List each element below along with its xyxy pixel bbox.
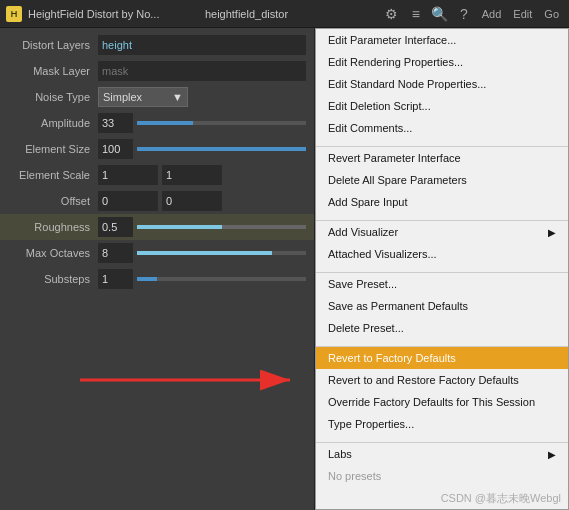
- app-icon: H: [6, 6, 22, 22]
- roughness-row: Roughness: [0, 214, 314, 240]
- menu-item-edit-deletion-script[interactable]: Edit Deletion Script...: [316, 95, 568, 117]
- amplitude-fill: [137, 121, 193, 125]
- roughness-input[interactable]: [98, 217, 133, 237]
- amplitude-row: Amplitude: [0, 110, 314, 136]
- menu-item-revert-param-interface[interactable]: Revert Parameter Interface: [316, 147, 568, 169]
- menu-item-type-properties[interactable]: Type Properties...: [316, 413, 568, 435]
- menu-item-label: Edit Standard Node Properties...: [328, 78, 486, 90]
- menu-item-label: Labs: [328, 448, 352, 460]
- menu-item-label: No presets: [328, 470, 381, 482]
- menu-item-edit-comments[interactable]: Edit Comments...: [316, 117, 568, 139]
- element-size-input[interactable]: [98, 139, 133, 159]
- substeps-track[interactable]: [137, 277, 306, 281]
- noise-type-arrow: ▼: [172, 91, 183, 103]
- menu-item-revert-factory[interactable]: Revert to Factory Defaults: [316, 347, 568, 369]
- noise-type-select[interactable]: Simplex ▼: [98, 87, 188, 107]
- add-button[interactable]: Add: [478, 4, 506, 24]
- window-title: HeightField Distort by No...: [28, 8, 199, 20]
- element-size-label: Element Size: [8, 143, 98, 155]
- max-octaves-row: Max Octaves: [0, 240, 314, 266]
- menu-item-add-spare-input[interactable]: Add Spare Input: [316, 191, 568, 213]
- menu-separator: [316, 213, 568, 221]
- max-octaves-label: Max Octaves: [8, 247, 98, 259]
- amplitude-track[interactable]: [137, 121, 306, 125]
- menu-separator: [316, 339, 568, 347]
- menu-item-override-factory[interactable]: Override Factory Defaults for This Sessi…: [316, 391, 568, 413]
- submenu-arrow-icon: ▶: [548, 449, 556, 460]
- menu-item-save-preset[interactable]: Save Preset...: [316, 273, 568, 295]
- menu-item-no-presets: No presets: [316, 465, 568, 487]
- substeps-fill: [137, 277, 157, 281]
- context-menu: Edit Parameter Interface...Edit Renderin…: [315, 28, 569, 510]
- menu-item-add-visualizer[interactable]: Add Visualizer▶: [316, 221, 568, 243]
- noise-type-row: Noise Type Simplex ▼: [0, 84, 314, 110]
- menu-item-label: Add Visualizer: [328, 226, 398, 238]
- menu-item-label: Revert to Factory Defaults: [328, 352, 456, 364]
- element-scale-input2[interactable]: [162, 165, 222, 185]
- offset-input2[interactable]: [162, 191, 222, 211]
- roughness-track[interactable]: [137, 225, 306, 229]
- menu-item-labs[interactable]: Labs▶: [316, 443, 568, 465]
- title-bar: H HeightField Distort by No... heightfie…: [0, 0, 569, 28]
- menu-item-label: Delete Preset...: [328, 322, 404, 334]
- help-icon[interactable]: ⚙: [382, 4, 402, 24]
- menu-item-label: Revert Parameter Interface: [328, 152, 461, 164]
- substeps-input[interactable]: [98, 269, 133, 289]
- menu-item-label: Attached Visualizers...: [328, 248, 437, 260]
- mask-layer-input[interactable]: [98, 61, 306, 81]
- mask-layer-row: Mask Layer: [0, 58, 314, 84]
- menu-item-attached-visualizers[interactable]: Attached Visualizers...: [316, 243, 568, 265]
- roughness-label: Roughness: [8, 221, 98, 233]
- menu-item-revert-and-restore[interactable]: Revert to and Restore Factory Defaults: [316, 369, 568, 391]
- distort-layers-label: Distort Layers: [8, 39, 98, 51]
- mask-layer-label: Mask Layer: [8, 65, 98, 77]
- menu-item-label: Save Preset...: [328, 278, 397, 290]
- distort-layers-row: Distort Layers: [0, 32, 314, 58]
- main-container: Distort Layers Mask Layer Noise Type Sim…: [0, 28, 569, 510]
- title-bar-buttons: ⚙ ≡ 🔍 ? Add Edit Go: [382, 4, 563, 24]
- max-octaves-fill: [137, 251, 272, 255]
- distort-layers-input[interactable]: [98, 35, 306, 55]
- element-size-row: Element Size: [0, 136, 314, 162]
- menu-item-label: Edit Parameter Interface...: [328, 34, 456, 46]
- menu-item-delete-preset[interactable]: Delete Preset...: [316, 317, 568, 339]
- offset-input1[interactable]: [98, 191, 158, 211]
- arrow-indicator: [0, 350, 315, 430]
- offset-row: Offset: [0, 188, 314, 214]
- menu-item-label: Override Factory Defaults for This Sessi…: [328, 396, 535, 408]
- element-scale-label: Element Scale: [8, 169, 98, 181]
- window-subtitle: heightfield_distor: [205, 8, 376, 20]
- info-icon[interactable]: ?: [454, 4, 474, 24]
- menu-item-label: Edit Rendering Properties...: [328, 56, 463, 68]
- amplitude-input[interactable]: [98, 113, 133, 133]
- nav-icon[interactable]: ≡: [406, 4, 426, 24]
- menu-item-label: Edit Deletion Script...: [328, 100, 431, 112]
- menu-separator: [316, 265, 568, 273]
- menu-separator: [316, 139, 568, 147]
- menu-item-label: Revert to and Restore Factory Defaults: [328, 374, 519, 386]
- menu-item-edit-param-interface[interactable]: Edit Parameter Interface...: [316, 29, 568, 51]
- offset-label: Offset: [8, 195, 98, 207]
- menu-item-label: Type Properties...: [328, 418, 414, 430]
- edit-button[interactable]: Edit: [509, 4, 536, 24]
- element-scale-input1[interactable]: [98, 165, 158, 185]
- amplitude-label: Amplitude: [8, 117, 98, 129]
- element-size-fill: [137, 147, 306, 151]
- menu-item-label: Edit Comments...: [328, 122, 412, 134]
- menu-item-save-permanent[interactable]: Save as Permanent Defaults: [316, 295, 568, 317]
- element-size-track[interactable]: [137, 147, 306, 151]
- go-button[interactable]: Go: [540, 4, 563, 24]
- substeps-row: Substeps: [0, 266, 314, 292]
- watermark: CSDN @暮志未晚Webgl: [441, 491, 561, 506]
- submenu-arrow-icon: ▶: [548, 227, 556, 238]
- search-icon[interactable]: 🔍: [430, 4, 450, 24]
- menu-separator: [316, 435, 568, 443]
- max-octaves-input[interactable]: [98, 243, 133, 263]
- menu-item-edit-rendering-props[interactable]: Edit Rendering Properties...: [316, 51, 568, 73]
- max-octaves-track[interactable]: [137, 251, 306, 255]
- menu-item-delete-all-spare[interactable]: Delete All Spare Parameters: [316, 169, 568, 191]
- roughness-fill: [137, 225, 222, 229]
- menu-item-edit-standard-node-props[interactable]: Edit Standard Node Properties...: [316, 73, 568, 95]
- element-scale-row: Element Scale: [0, 162, 314, 188]
- substeps-label: Substeps: [8, 273, 98, 285]
